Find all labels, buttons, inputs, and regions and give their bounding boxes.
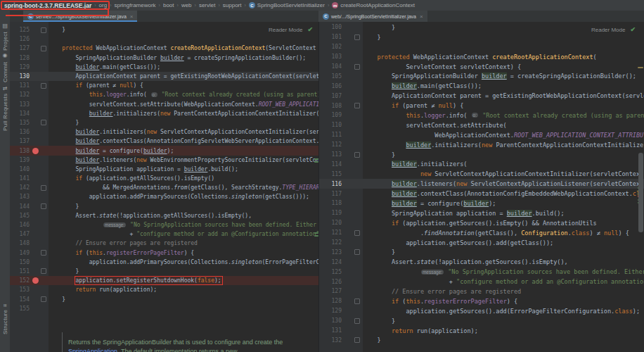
gutter-cell[interactable]: 133 (10, 100, 49, 109)
code-line-103[interactable]: 103 protected WebApplicationContext crea… (319, 52, 644, 62)
line-number[interactable]: 137 (20, 137, 30, 146)
code-text[interactable]: builder.listeners(new ServletContextAppl… (363, 179, 644, 189)
gutter-cell[interactable]: 122 (319, 238, 363, 248)
line-number[interactable]: 134 (20, 109, 30, 118)
fold-icon[interactable] (354, 318, 360, 324)
code-text[interactable]: this.logger.info( o: "Root context alrea… (49, 90, 318, 99)
gutter-cell[interactable]: 118 (319, 199, 363, 208)
code-line-135[interactable]: 135 } (10, 118, 318, 127)
line-number[interactable]: 147 (20, 230, 30, 239)
code-line-126[interactable]: 126 + "configure method or add an @Confi… (319, 277, 644, 287)
sidebar-item-commit[interactable]: Commit◉ (0, 53, 10, 82)
code-text[interactable]: // Ensure error pages are registered (49, 239, 318, 248)
sidebar-item-structure[interactable]: Structure≡ (0, 301, 10, 337)
gutter-cell[interactable]: 131 (10, 81, 49, 90)
gutter-cell[interactable]: 130 (319, 316, 363, 326)
breadcrumb-item-servlet[interactable]: servlet (199, 2, 216, 8)
line-number[interactable]: 136 (20, 127, 30, 137)
line-number[interactable]: 125 (332, 267, 342, 277)
gutter-cell[interactable]: 104 (319, 62, 363, 72)
line-number[interactable]: 108 (332, 101, 342, 111)
code-line-119[interactable]: 119 SpringApplication application = buil… (319, 208, 644, 218)
gutter-cell[interactable]: 109 (319, 111, 363, 120)
code-text[interactable]: new ServletContextApplicationContextInit… (363, 169, 644, 179)
scrollbar-thumb[interactable] (638, 153, 643, 232)
editor-pane-right[interactable]: 100 }101 }102103 protected WebApplicatio… (318, 21, 644, 352)
breadcrumb-item-boot[interactable]: boot (163, 2, 174, 8)
code-line-148[interactable]: 148 // Ensure error pages are registered (10, 239, 318, 248)
code-line-129[interactable]: 129 builder.main(getClass()); (10, 63, 318, 72)
gutter-cell[interactable]: 144 (10, 202, 49, 211)
breadcrumb-item-org[interactable]: org (99, 2, 108, 8)
gutter-cell[interactable]: 119 (319, 208, 363, 218)
line-number[interactable]: 140 (20, 165, 30, 174)
gutter-cell[interactable]: 130 (10, 72, 49, 81)
gutter-cell[interactable]: 116 (319, 179, 363, 189)
code-line-110[interactable]: 110 servletContext.setAttribute( (319, 120, 644, 130)
line-number[interactable]: 105 (332, 71, 342, 81)
line-number[interactable]: 110 (332, 120, 342, 130)
gutter-cell[interactable]: 128 (319, 296, 363, 306)
line-number[interactable]: 154 (20, 294, 30, 303)
gutter-cell[interactable]: 138 (10, 146, 49, 155)
code-text[interactable]: + "configure method or add an @Configura… (363, 277, 644, 287)
fold-icon[interactable] (354, 152, 360, 158)
code-text[interactable]: SpringApplicationBuilder builder = creat… (49, 54, 318, 63)
line-number[interactable]: 126 (20, 34, 30, 44)
fold-icon[interactable] (354, 64, 360, 70)
code-line-127[interactable]: 127 // Ensure error pages are registered (319, 287, 644, 296)
code-text[interactable]: if (application.getAllSources().isEmpty(… (49, 174, 318, 183)
code-line-142[interactable]: 142 && MergedAnnotations.from(getClass()… (10, 183, 318, 192)
gutter-cell[interactable]: 126 (319, 277, 363, 287)
line-number[interactable]: 122 (332, 238, 342, 248)
line-number[interactable]: 129 (20, 63, 30, 72)
line-number[interactable]: 151 (20, 267, 30, 276)
code-line-137[interactable]: 137 builder.contextClass(AnnotationConfi… (10, 137, 318, 146)
fold-icon[interactable] (354, 298, 360, 304)
code-text[interactable] (49, 34, 318, 44)
line-number[interactable]: 127 (332, 287, 342, 296)
code-line-121[interactable]: 121 .findAnnotation(getClass(), Configur… (319, 228, 644, 238)
code-text[interactable] (363, 42, 644, 52)
line-number[interactable]: 143 (20, 192, 30, 201)
line-number[interactable]: 130 (20, 72, 30, 81)
code-line-132[interactable]: 132 this.logger.info( o: "Root context a… (10, 90, 318, 99)
line-number[interactable]: 113 (332, 150, 342, 160)
code-line-145[interactable]: 145 Assert.state(!application.getAllSour… (10, 211, 318, 220)
gutter-cell[interactable]: 107 (319, 91, 363, 101)
gutter-cell[interactable]: 105 (319, 71, 363, 81)
gutter-cell[interactable]: 146 (10, 220, 49, 230)
code-line-122[interactable]: 122 application.getSources().add(getClas… (319, 238, 644, 248)
breakpoint-icon[interactable] (32, 277, 39, 284)
gutter-cell[interactable]: 100 (319, 23, 363, 32)
gutter-cell[interactable]: 150 (10, 258, 49, 267)
code-text[interactable]: } (363, 150, 644, 160)
line-number[interactable]: 121 (332, 228, 342, 238)
code-text[interactable]: builder.main(getClass()); (49, 63, 318, 72)
line-number[interactable]: 139 (20, 156, 30, 165)
gutter-cell[interactable]: 106 (319, 81, 363, 91)
line-number[interactable]: 116 (332, 179, 342, 189)
code-line-128[interactable]: 128 if (this.registerErrorPageFilter) { (319, 296, 644, 306)
fold-icon[interactable] (41, 203, 46, 209)
gutter-cell[interactable]: 125 (10, 25, 49, 34)
code-text[interactable] (49, 304, 318, 313)
line-number[interactable]: 131 (20, 81, 30, 90)
gutter-cell[interactable]: 129 (10, 63, 49, 72)
code-text[interactable]: Assert.state(!application.getSources().i… (363, 257, 644, 267)
gutter-cell[interactable]: 124 (319, 257, 363, 267)
line-number[interactable]: 135 (20, 118, 30, 127)
gutter-cell[interactable]: 112 (319, 140, 363, 150)
gutter-cell[interactable]: 151 (10, 267, 49, 276)
code-line-136[interactable]: 136 builder.initializers(new ServletCont… (10, 127, 318, 137)
code-text[interactable]: builder.main(getClass()); (363, 81, 644, 91)
code-line-144[interactable]: 144 } (10, 202, 318, 211)
code-line-147[interactable]: 147 + "configure method or add an @Confi… (10, 230, 318, 239)
gutter-cell[interactable]: 145 (10, 211, 49, 220)
line-number[interactable]: 129 (332, 306, 342, 316)
gutter-cell[interactable]: 117 (319, 189, 363, 199)
fold-icon[interactable] (41, 46, 46, 51)
code-text[interactable]: .findAnnotation(getClass(), Configuratio… (363, 228, 644, 238)
code-text[interactable]: application.addPrimarySources(Collection… (49, 258, 318, 267)
code-text[interactable]: builder.initializers(new ServletContextA… (49, 127, 318, 137)
